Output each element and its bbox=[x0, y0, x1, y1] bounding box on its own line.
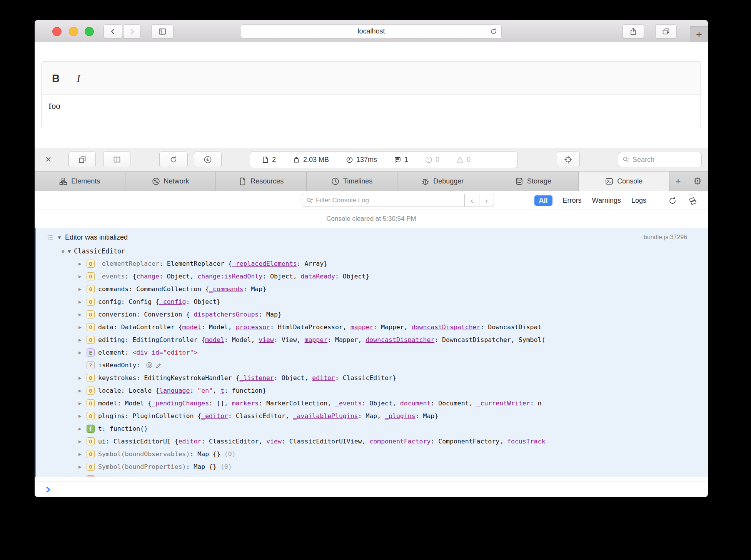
disclosure-closed-icon[interactable]: ▶ bbox=[78, 388, 86, 393]
tree-row[interactable]: ▶Oconversion: Conversion {_dispatchersGr… bbox=[36, 308, 708, 321]
scope-logs[interactable]: Logs bbox=[631, 197, 646, 205]
zoom-window-button[interactable] bbox=[85, 27, 94, 36]
tree-row[interactable]: ▶ft: function() bbox=[36, 422, 708, 435]
token: > bbox=[194, 349, 197, 356]
object-root-row[interactable]: ● ▼ ClassicEditor bbox=[36, 245, 708, 257]
log-source-link[interactable]: bundle.js:37296 bbox=[644, 234, 708, 241]
disclosure-closed-icon[interactable]: ▶ bbox=[78, 400, 86, 406]
console-log-entry[interactable]: ▼ Editor was initialized bundle.js:37296… bbox=[35, 228, 708, 477]
tree-row[interactable]: ▶Oui: ClassicEditorUI {editor: ClassicEd… bbox=[36, 435, 708, 448]
tab-timelines[interactable]: Timelines bbox=[307, 172, 397, 191]
forward-button[interactable] bbox=[123, 24, 141, 38]
sidebar-toggle-button[interactable] bbox=[151, 24, 174, 38]
inspector-settings-button[interactable]: ⚙ bbox=[687, 172, 708, 191]
show-tabs-button[interactable] bbox=[655, 24, 677, 38]
log-entry-header[interactable]: ▼ Editor was initialized bundle.js:37296 bbox=[36, 230, 708, 245]
tree-row[interactable]: ▶Ocommands: CommandCollection {_commands… bbox=[36, 283, 708, 295]
stat-bubble[interactable]: 1 bbox=[394, 156, 408, 164]
type-badge: O bbox=[87, 336, 95, 344]
pencil-icon[interactable] bbox=[155, 362, 162, 369]
disclosure-closed-icon[interactable]: ▶ bbox=[78, 324, 86, 330]
disclosure-closed-icon[interactable]: ▶ bbox=[78, 286, 86, 292]
disclosure-closed-icon[interactable]: ▶ bbox=[78, 438, 86, 444]
stat-octagon[interactable]: 0 bbox=[425, 156, 439, 164]
token: : bbox=[125, 349, 133, 356]
tree-row[interactable]: ▶Olocale: Locale {language: "en", t: fun… bbox=[36, 384, 708, 397]
disclosure-closed-icon[interactable]: ▶ bbox=[78, 337, 86, 343]
share-button[interactable] bbox=[622, 24, 644, 38]
reload-page-button[interactable] bbox=[159, 152, 188, 167]
tree-row[interactable]: ▶O_elementReplacer: ElementReplacer {_re… bbox=[36, 257, 708, 270]
element-picker-button[interactable] bbox=[557, 152, 580, 167]
inspector-search-field[interactable]: Search bbox=[618, 152, 702, 167]
tree-row[interactable]: ▶O_events: {change: Object, change:isRea… bbox=[36, 270, 708, 283]
stats-pill: 22.03 MB137ms100 bbox=[250, 152, 518, 168]
next-result-button[interactable]: › bbox=[479, 194, 494, 207]
download-page-button[interactable] bbox=[194, 152, 222, 167]
stat-triangle[interactable]: 0 bbox=[456, 156, 471, 164]
tab-console[interactable]: Console bbox=[579, 172, 669, 191]
tree-row[interactable]: ▶Odata: DataController {model: Model, pr… bbox=[36, 321, 708, 333]
type-badge: O bbox=[87, 399, 95, 407]
tab-resources[interactable]: Resources bbox=[216, 172, 307, 191]
tree-row[interactable]: ▶OSymbol(boundObservables): Map {} (0) bbox=[36, 448, 708, 460]
stat-doc[interactable]: 2 bbox=[262, 156, 276, 164]
tree-row[interactable]: ▶Eelement: <div id="editor"> bbox=[36, 346, 708, 359]
scope-warnings[interactable]: Warnings bbox=[592, 197, 621, 205]
console-refresh-button[interactable] bbox=[668, 196, 678, 206]
disclosure-open-icon[interactable]: ▼ bbox=[68, 248, 71, 254]
tree-row[interactable]: ▶Oplugins: PluginCollection {_editor: Cl… bbox=[36, 410, 708, 422]
url-bar[interactable]: localhost bbox=[241, 24, 502, 38]
tab-elements[interactable]: Elements bbox=[35, 172, 125, 191]
dock-side-button[interactable] bbox=[103, 152, 130, 167]
filter-console-field[interactable]: Filter Console Log ‹ › bbox=[302, 194, 494, 207]
add-inspector-tab-button[interactable]: + bbox=[669, 172, 687, 191]
editor-content[interactable]: foo bbox=[42, 95, 701, 111]
disclosure-closed-icon[interactable]: ▶ bbox=[78, 375, 86, 381]
scope-errors[interactable]: Errors bbox=[563, 197, 582, 205]
detach-inspector-button[interactable] bbox=[68, 152, 96, 167]
stat-weight[interactable]: 2.03 MB bbox=[293, 156, 329, 164]
console-prompt[interactable] bbox=[35, 482, 708, 497]
console-filter-bar: Filter Console Log ‹ › AllErrorsWarnings… bbox=[35, 191, 708, 210]
back-button[interactable] bbox=[103, 24, 122, 38]
tab-debugger[interactable]: Debugger bbox=[397, 172, 488, 191]
disclosure-closed-icon[interactable]: ▶ bbox=[78, 426, 86, 432]
tree-row[interactable]: ▶OSymbol(boundProperties): Map {} (0) bbox=[36, 460, 708, 473]
disclosure-closed-icon[interactable]: ▶ bbox=[78, 299, 86, 305]
disclosure-closed-icon[interactable]: ▶ bbox=[78, 312, 86, 317]
stat-clock[interactable]: 137ms bbox=[346, 156, 377, 164]
disclosure-closed-icon[interactable]: ▶ bbox=[78, 451, 86, 457]
tree-row[interactable]: ▶Oconfig: Config {_config: Object} bbox=[36, 295, 708, 308]
scope-divider bbox=[657, 196, 657, 206]
console-split-button[interactable] bbox=[688, 196, 698, 206]
minimize-window-button[interactable] bbox=[69, 27, 78, 36]
tree-row[interactable]: ▶Oediting: EditingController {model: Mod… bbox=[36, 333, 708, 346]
tab-network[interactable]: Network bbox=[125, 172, 216, 191]
tree-row[interactable]: ▶Omodel: Model {_pendingChanges: [], mar… bbox=[36, 397, 708, 410]
token: data bbox=[98, 323, 113, 331]
previous-result-button[interactable]: ‹ bbox=[464, 194, 479, 207]
tree-row[interactable]: ▶Okeystrokes: EditingKeystrokeHandler {_… bbox=[36, 372, 708, 384]
disclosure-open-icon[interactable]: ▼ bbox=[57, 235, 62, 240]
token: _editor bbox=[201, 412, 228, 420]
tree-row[interactable]: ?isReadOnly: bbox=[36, 359, 708, 372]
disclosure-closed-icon[interactable]: ▶ bbox=[78, 464, 86, 470]
disclosure-closed-icon[interactable]: ▶ bbox=[78, 350, 86, 355]
search-placeholder: Search bbox=[633, 156, 654, 164]
eye-icon[interactable] bbox=[145, 362, 153, 368]
tab-storage[interactable]: Storage bbox=[488, 172, 579, 191]
disclosure-closed-icon[interactable]: ▶ bbox=[78, 261, 86, 267]
close-window-button[interactable] bbox=[52, 27, 62, 36]
disclosure-closed-icon[interactable]: ▶ bbox=[78, 273, 86, 279]
token: _listener bbox=[240, 374, 274, 382]
bold-button[interactable]: B bbox=[52, 72, 60, 85]
add-tab-icon: + bbox=[676, 176, 681, 187]
tree-row[interactable]: OSymbol(emitterId): "e6-55052-47-2760520… bbox=[36, 473, 708, 477]
disclosure-closed-icon[interactable]: ▶ bbox=[78, 413, 86, 419]
reload-icon[interactable] bbox=[489, 27, 498, 36]
scope-all[interactable]: All bbox=[534, 195, 552, 206]
close-inspector-button[interactable]: × bbox=[45, 153, 51, 166]
italic-button[interactable]: I bbox=[77, 72, 80, 85]
new-tab-button[interactable]: + bbox=[690, 26, 708, 43]
